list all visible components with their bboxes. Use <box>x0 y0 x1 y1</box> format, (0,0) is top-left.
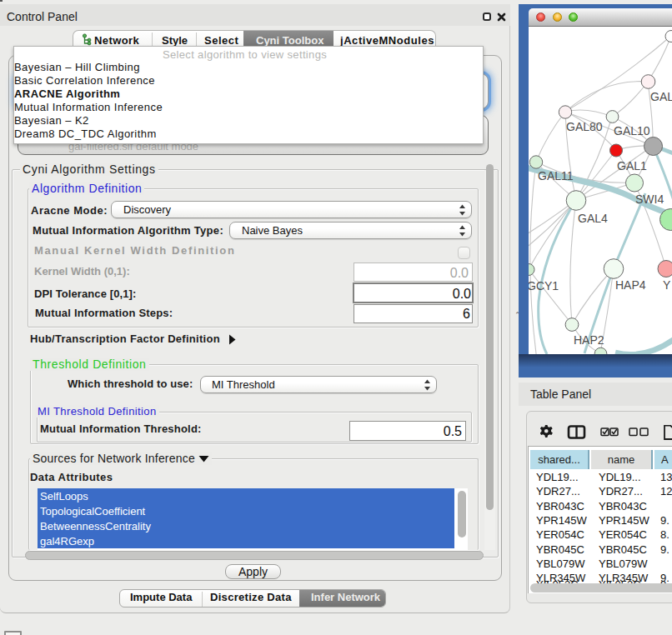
svg-text:GAL11: GAL11 <box>538 169 574 182</box>
svg-text:GAL1: GAL1 <box>617 159 647 172</box>
svg-text:GAL8: GAL8 <box>650 90 672 103</box>
svg-text:SWI4: SWI4 <box>635 192 664 206</box>
svg-text:Y: Y <box>663 278 671 292</box>
svg-text:GAL10: GAL10 <box>614 124 650 138</box>
svg-text:GAL4: GAL4 <box>578 212 608 225</box>
svg-text:HAP4: HAP4 <box>615 278 646 292</box>
svg-text:GCY1: GCY1 <box>529 279 559 292</box>
svg-text:GAL80: GAL80 <box>566 120 603 133</box>
svg-text:HAP2: HAP2 <box>574 333 604 347</box>
